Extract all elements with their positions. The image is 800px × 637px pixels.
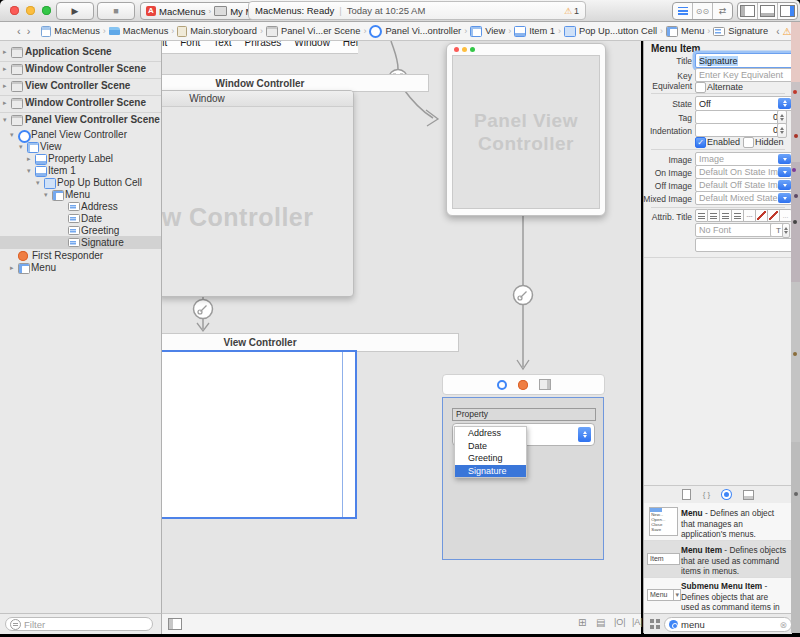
menu-bar-item[interactable]: Edit — [162, 41, 167, 48]
go-back-button[interactable]: ‹ — [17, 25, 21, 37]
outline-row-window-controller-scene-2[interactable]: ▸ Window Controller Scene — [0, 96, 161, 110]
pin-button[interactable]: |O| — [614, 617, 626, 627]
view-controller-view[interactable] — [162, 350, 357, 519]
outline-row-application-scene[interactable]: ▸ Application Scene — [0, 45, 161, 59]
outline-row-view-controller-scene[interactable]: ▸ View Controller Scene — [0, 79, 161, 93]
media-library-tab[interactable] — [743, 490, 754, 500]
menu-bar-item[interactable]: Text — [213, 41, 231, 48]
exit-icon[interactable] — [539, 379, 551, 390]
menu-item-address[interactable]: Address — [455, 427, 526, 440]
text-color-button[interactable] — [756, 209, 768, 222]
outline-row-window-controller-scene[interactable]: ▸ Window Controller Scene — [0, 62, 161, 76]
storyboard-canvas[interactable]: EditFontTextPhrasesWindowHelp Window Con… — [162, 41, 641, 613]
library-item-menu-item-selected[interactable]: Item Menu Item - Defines objects that ar… — [644, 541, 792, 578]
first-responder-icon[interactable] — [518, 380, 528, 390]
font-size-stepper[interactable] — [782, 223, 790, 238]
embed-in-stack-button[interactable]: ⊞ — [578, 617, 586, 628]
breadcrumb-group[interactable]: MacMenus — [109, 26, 168, 36]
panel-detail-view[interactable]: Property Address Date Greeting Signature — [442, 397, 604, 560]
align-left-button[interactable] — [695, 209, 708, 222]
window-title-bar[interactable]: Window — [162, 91, 353, 107]
toggle-navigator-button[interactable] — [738, 3, 758, 19]
breadcrumb-menu[interactable]: Menu — [666, 26, 704, 37]
panel-view-controller-window[interactable]: Panel View Controller — [446, 43, 606, 216]
zoom-window-button[interactable] — [42, 6, 51, 15]
close-window-button[interactable] — [10, 6, 19, 15]
disclosure-open-icon[interactable]: ▾ — [3, 113, 7, 127]
file-template-library-tab[interactable] — [682, 489, 691, 500]
outline-row-signature-selected[interactable]: Signature — [0, 236, 161, 249]
go-forward-button[interactable]: › — [27, 25, 31, 37]
library-item-submenu-menu-item[interactable]: Menu▾ Submenu Menu Item - Defines object… — [644, 578, 792, 614]
standard-editor-button[interactable] — [673, 3, 693, 19]
toggle-utilities-button[interactable] — [778, 3, 797, 19]
menu-bar-item[interactable]: Phrases — [245, 41, 282, 48]
toggle-document-outline-button[interactable] — [168, 618, 182, 630]
disclosure-closed-icon[interactable]: ▸ — [10, 261, 14, 274]
breadcrumb-cell[interactable]: Pop Up...utton Cell — [564, 26, 657, 37]
code-snippet-library-tab[interactable]: { } — [703, 490, 711, 499]
library-item-menu[interactable]: New...Open...CloseSave Menu - Defines an… — [644, 503, 792, 541]
image-combo[interactable]: Image — [695, 152, 793, 166]
attributed-title-field[interactable] — [695, 238, 793, 252]
disclosure-closed-icon[interactable]: ▸ — [3, 96, 7, 110]
disclosure-closed-icon[interactable]: ▸ — [3, 79, 7, 93]
indentation-field[interactable]: 0 — [695, 123, 782, 137]
version-editor-button[interactable]: ⇄ — [713, 3, 732, 19]
assistant-editor-button[interactable]: ⊙⊙ — [693, 3, 713, 19]
tag-field[interactable]: 0 — [695, 110, 782, 124]
window-controller-window[interactable]: Window Window Controller — [162, 90, 354, 297]
breadcrumb-item[interactable]: Item 1 — [514, 26, 555, 37]
menu-item-date[interactable]: Date — [455, 440, 526, 453]
clear-search-icon[interactable]: ⊗ — [779, 620, 787, 630]
breadcrumb-view[interactable]: View — [470, 26, 505, 37]
hidden-checkbox[interactable] — [743, 137, 754, 148]
outline-row-panel-view-controller-scene[interactable]: ▾ Panel View Controller Scene — [0, 113, 161, 127]
run-button[interactable]: ▶ — [56, 2, 94, 20]
enabled-checkbox-checked[interactable]: ✓ — [695, 137, 706, 148]
align-justify-button[interactable] — [732, 209, 744, 222]
resolve-auto-layout-button[interactable]: |A| — [632, 617, 643, 627]
align-center-button[interactable] — [708, 209, 720, 222]
breadcrumb-menu-item[interactable]: Signature — [713, 26, 768, 36]
filter-input[interactable]: Filter — [5, 617, 153, 631]
disclosure-closed-icon[interactable]: ▸ — [3, 62, 7, 76]
stop-button[interactable]: ■ — [97, 2, 135, 20]
align-natural-button[interactable]: --- — [744, 209, 756, 222]
grid-view-icon[interactable] — [650, 619, 660, 629]
panel-content-view[interactable]: Panel View Controller — [452, 55, 600, 209]
title-field[interactable]: Signature — [695, 53, 793, 68]
minimize-window-button[interactable] — [26, 6, 35, 15]
property-label[interactable]: Property — [452, 408, 596, 421]
library-search-input[interactable]: menu ⊗ — [664, 617, 792, 632]
off-image-combo[interactable]: Default Off State Image — [695, 178, 793, 192]
menu-item-signature-selected[interactable]: Signature — [455, 465, 526, 478]
app-menu-bar[interactable]: EditFontTextPhrasesWindowHelp — [162, 41, 358, 54]
on-image-combo[interactable]: Default On State Image — [695, 165, 793, 179]
menu-bar-item[interactable]: Help — [343, 41, 358, 48]
align-right-button[interactable] — [720, 209, 732, 222]
menu-bar-item[interactable]: Font — [180, 41, 200, 48]
breadcrumb-project[interactable]: MacMenus — [41, 26, 99, 37]
outline-row-menu-bottom[interactable]: ▸ Menu — [0, 261, 161, 274]
activity-viewer: MacMenus: Ready | Today at 10:25 AM ⚠ 1 — [248, 1, 586, 20]
align-button[interactable]: ▤ — [596, 617, 605, 628]
mixed-image-combo[interactable]: Default Mixed State Image — [695, 191, 793, 205]
key-equivalent-field[interactable]: Enter Key Equivalent — [695, 68, 793, 82]
object-library-tab-selected[interactable] — [722, 490, 731, 499]
toggle-debug-area-button[interactable] — [758, 3, 778, 19]
disclosure-closed-icon[interactable]: ▸ — [3, 45, 7, 59]
alternate-checkbox[interactable] — [695, 82, 706, 93]
breadcrumb-view-controller[interactable]: Panel Vi...ontroller — [369, 25, 461, 38]
font-field[interactable]: No Font — [695, 223, 775, 237]
status-issues[interactable]: ⚠ 1 — [564, 6, 579, 16]
breadcrumb-scene[interactable]: Panel Vi...er Scene — [266, 26, 360, 37]
state-popup[interactable]: Off — [695, 96, 793, 111]
background-color-button[interactable] — [768, 209, 780, 222]
menu-bar-item[interactable]: Window — [294, 41, 330, 48]
previous-issue-button[interactable]: ‹ — [776, 26, 779, 37]
menu-item-greeting[interactable]: Greeting — [455, 452, 526, 465]
breadcrumb-storyboard[interactable]: Main.storyboard — [177, 26, 257, 37]
indentation-stepper[interactable] — [777, 123, 787, 138]
view-controller-icon[interactable] — [497, 380, 507, 390]
